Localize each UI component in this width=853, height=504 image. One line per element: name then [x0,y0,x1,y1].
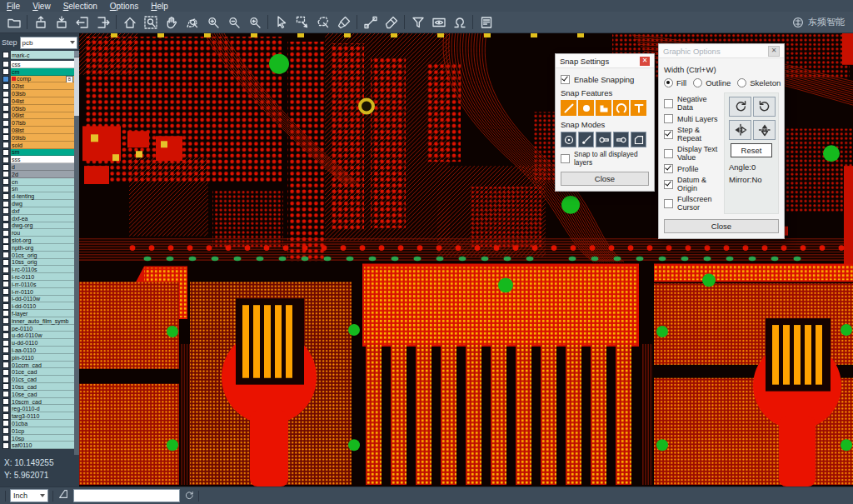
layer-visibility-checkbox[interactable] [2,296,9,302]
snap-all-row[interactable]: Snap to all displayed layers [561,150,649,167]
menu-item-view[interactable]: View [32,2,51,11]
layer-name[interactable]: 05lsb [11,105,74,112]
option-row[interactable]: Step & Repeat [664,126,720,142]
radio-skeleton[interactable]: Skeleton [737,78,781,87]
layer-name[interactable]: d [11,163,74,171]
layer-name[interactable]: 02lst [11,82,74,90]
option-row[interactable]: Profile [664,164,720,173]
layer-name[interactable]: pe-0110 [11,325,74,332]
zoom-out-button[interactable] [223,13,244,32]
layer-name[interactable]: 03lsb [11,90,74,97]
layer-name[interactable]: 2d [11,171,74,178]
layer-visibility-checkbox[interactable] [2,222,9,229]
layer-visibility-checkbox[interactable] [2,332,9,339]
layer-name[interactable]: rou [11,229,74,237]
radio-fill[interactable]: Fill [664,78,686,87]
layer-visibility-checkbox[interactable] [2,252,9,258]
layer-visibility-checkbox[interactable] [2,76,9,82]
layer-visibility-checkbox[interactable] [2,347,9,353]
step-select[interactable]: pcb [20,37,77,49]
layer-visibility-checkbox[interactable] [2,244,9,251]
layer-visibility-checkbox[interactable] [2,354,9,361]
layer-name[interactable]: sn [11,186,74,193]
layer-name[interactable]: inner_auto_film_symb [11,317,74,325]
zoom-area-button[interactable] [182,13,202,32]
layer-name[interactable]: cm [11,68,74,76]
unit-select[interactable]: Inch [10,489,48,502]
layer-name[interactable]: u-dd-0110w [11,332,74,339]
mirror-h-button[interactable] [729,120,751,140]
layer-name[interactable]: i-rc-0110 [11,273,74,281]
radio-outline-button[interactable] [693,78,702,87]
layer-name[interactable]: dxf [11,207,74,215]
checkbox-step-repeat[interactable] [664,130,673,139]
layer-visibility-checkbox[interactable] [2,237,9,244]
refresh-icon[interactable] [184,488,194,503]
menu-item-help[interactable]: Help [151,2,168,11]
layer-visibility-checkbox[interactable] [2,149,9,156]
layer-name[interactable]: sss [11,156,74,163]
layer-name[interactable]: f-layer [11,310,74,317]
layer-name[interactable]: sm [11,149,74,157]
pcb-viewport[interactable]: Snap Settings ✕ Enable Snapping Snap Fea… [79,33,853,487]
mirror-v-button[interactable] [753,120,776,140]
corner-page-icon[interactable] [57,488,69,503]
layer-visibility-checkbox[interactable] [2,171,9,177]
layer-visibility-checkbox[interactable] [2,377,9,383]
layer-name[interactable]: 10scm_cad [11,398,74,406]
layer-visibility-checkbox[interactable] [2,340,9,347]
snap-pad-button[interactable] [578,100,594,116]
layer-visibility-checkbox[interactable] [2,406,9,412]
close-icon[interactable]: ✕ [768,46,780,57]
layer-name[interactable]: css [11,61,74,68]
snap-corner-button[interactable] [631,132,646,147]
layer-visibility-checkbox[interactable] [2,91,9,97]
layer-visibility-checkbox[interactable] [2,362,9,368]
layer-visibility-checkbox[interactable] [2,83,9,90]
layer-name[interactable]: 10se_cad [11,391,74,398]
layer-name[interactable]: 10ss_cad [11,383,74,391]
layer-name[interactable]: sold [11,142,74,149]
layer-visibility-checkbox[interactable] [2,420,9,427]
snap-key-left-button[interactable] [596,132,611,147]
layer-visibility-checkbox[interactable] [2,281,9,287]
checkbox-negative-data[interactable] [664,99,673,108]
home-button[interactable] [119,13,140,32]
layer-visibility-checkbox[interactable] [2,369,9,376]
eraser-button[interactable] [381,13,402,32]
rotate-ccw-button[interactable] [753,97,776,117]
layer-visibility-checkbox[interactable] [2,105,9,112]
layer-name[interactable]: slot-org [11,237,74,244]
layer-name[interactable]: cn [11,178,74,186]
notes-panel-button[interactable] [476,13,496,32]
layer-name[interactable]: npth-org [11,244,74,252]
radio-skeleton-button[interactable] [737,78,746,87]
layer-name[interactable]: pin-0110 [11,354,74,362]
command-input[interactable] [73,489,180,502]
layer-visibility-checkbox[interactable] [2,127,9,134]
pan-hand-button[interactable] [161,13,182,32]
zoom-in-button[interactable] [202,13,223,32]
layer-name[interactable]: 04lst [11,97,74,105]
snap-all-layers-checkbox[interactable] [561,154,570,163]
snap-magnet-button[interactable] [449,13,470,32]
layer-name[interactable]: i-dd-0110 [11,302,74,310]
checkbox-display-text-value[interactable] [664,149,673,158]
layer-name[interactable]: 10sp [11,435,74,442]
layer-name[interactable]: 01cba [11,420,74,427]
snap-close-button[interactable]: Close [561,172,649,186]
view-box-button[interactable] [428,13,449,32]
layer-name[interactable]: 01ce_cad [11,368,74,376]
layer-visibility-checkbox[interactable] [2,164,9,171]
layer-visibility-checkbox[interactable] [2,142,9,148]
checkbox-datum-origin[interactable] [664,180,673,189]
layer-name[interactable]: 09lsb [11,134,74,142]
layer-visibility-checkbox[interactable] [2,325,9,332]
layer-visibility-checkbox[interactable] [2,274,9,281]
rotate-cw-button[interactable] [729,97,751,117]
checkbox-profile[interactable] [664,164,673,173]
layer-visibility-checkbox[interactable] [2,230,9,237]
layer-visibility-checkbox[interactable] [2,317,9,324]
filter-button[interactable] [407,13,428,32]
open-folder-button[interactable] [3,13,24,32]
